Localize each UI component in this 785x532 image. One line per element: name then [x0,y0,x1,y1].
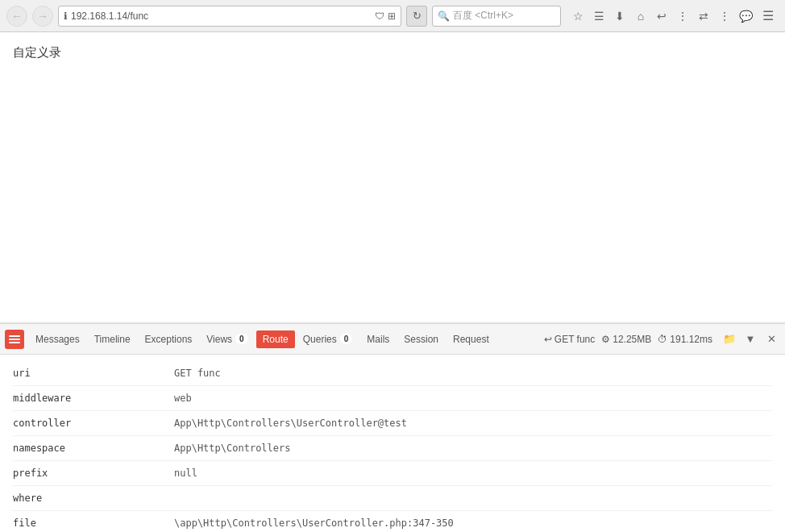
search-placeholder: 百度 <Ctrl+K> [453,9,513,23]
table-row: uri GET func [13,361,772,386]
route-value-file: \app\Http\Controllers\UserController.php… [174,517,454,529]
tab-request[interactable]: Request [446,330,496,348]
forward-button[interactable]: → [32,6,53,27]
memory-icon: ⚙ [601,334,610,345]
route-key-where: where [13,493,174,504]
route-value-namespace: App\Http\Controllers [174,443,291,454]
shield-icon: 🛡 [375,10,384,22]
table-row: middleware web [13,386,772,411]
tab-exceptions[interactable]: Exceptions [139,330,199,348]
route-value-uri: GET func [174,368,221,379]
route-key-middleware: middleware [13,393,174,404]
route-key-namespace: namespace [13,443,174,454]
tab-queries-badge: 0 [340,334,353,344]
tab-views[interactable]: Views 0 [200,330,254,348]
refresh-button[interactable]: ↻ [406,6,427,27]
secure-icon: ℹ [64,10,68,22]
tab-queries[interactable]: Queries 0 [297,330,359,348]
tab-session[interactable]: Session [397,330,445,348]
meta-method: ↩ GET func [544,334,595,345]
debugbar: Messages Timeline Exceptions Views 0 Rou… [0,322,785,532]
more-icon[interactable]: ⋮ [674,7,692,25]
debugbar-logo [5,330,24,349]
clock-icon: ⏱ [658,334,667,345]
tab-messages[interactable]: Messages [29,330,86,348]
download-icon[interactable]: ⬇ [611,7,629,25]
route-value-prefix: null [174,468,197,479]
meta-memory: ⚙ 12.25MB [601,334,651,345]
tab-session-label: Session [404,334,438,345]
tab-timeline-label: Timeline [94,334,131,345]
tab-route[interactable]: Route [256,330,295,348]
collapse-button[interactable]: ▼ [741,330,759,348]
svg-rect-1 [9,339,20,340]
table-row: where [13,486,772,511]
folder-icon[interactable]: 📁 [721,330,738,348]
svg-rect-0 [9,335,20,337]
page-content: 自定义录 [0,32,785,322]
table-row: prefix null [13,461,772,486]
chat-icon[interactable]: 💬 [737,7,754,25]
toolbar-icons: ☆ ☰ ⬇ ⌂ ↩ ⋮ ⇄ ⋮ 💬 ☰ [569,6,779,27]
route-key-prefix: prefix [13,468,174,479]
back-button[interactable]: ← [6,6,27,27]
route-key-file: file [13,517,174,529]
bookmark-star-icon[interactable]: ☆ [569,7,587,25]
tab-route-label: Route [263,334,289,345]
tab-exceptions-label: Exceptions [145,334,193,345]
route-key-controller: controller [13,418,174,429]
reader-mode-icon[interactable]: ☰ [590,7,608,25]
home-icon[interactable]: ⌂ [632,7,650,25]
svg-rect-2 [9,342,20,343]
tab-views-badge: 0 [235,334,248,344]
tab-queries-label: Queries [303,334,337,345]
tab-mails-label: Mails [367,334,389,345]
address-text: 192.168.1.14/func [71,10,372,22]
page-title: 自定义录 [13,45,772,60]
tab-request-label: Request [453,334,489,345]
extension-icon: ⊞ [388,10,396,22]
table-row: file \app\Http\Controllers\UserControlle… [13,511,772,532]
debugbar-tabs: Messages Timeline Exceptions Views 0 Rou… [0,324,785,355]
tab-timeline[interactable]: Timeline [88,330,137,348]
debugbar-controls: 📁 ▼ ✕ [721,330,780,348]
route-value-middleware: web [174,393,192,404]
route-value-controller: App\Http\Controllers\UserController@test [174,418,407,429]
browser-chrome: ← → ℹ 192.168.1.14/func 🛡 ⊞ ↻ 🔍 百度 <Ctrl… [0,0,785,32]
tab-views-label: Views [206,334,232,345]
menu-button[interactable]: ☰ [758,6,779,27]
more2-icon[interactable]: ⋮ [716,7,733,25]
meta-time: ⏱ 191.12ms [658,334,712,345]
address-bar[interactable]: ℹ 192.168.1.14/func 🛡 ⊞ [58,6,401,27]
search-icon: 🔍 [438,10,450,22]
table-row: controller App\Http\Controllers\UserCont… [13,411,772,436]
route-key-uri: uri [13,368,174,379]
close-button[interactable]: ✕ [762,330,780,348]
back-history-icon[interactable]: ↩ [653,7,671,25]
tab-mails[interactable]: Mails [360,330,396,348]
tab-meta: ↩ GET func ⚙ 12.25MB ⏱ 191.12ms [544,334,712,345]
search-bar[interactable]: 🔍 百度 <Ctrl+K> [432,6,561,27]
route-table: uri GET func middleware web controller A… [0,355,785,532]
sync-icon[interactable]: ⇄ [695,7,712,25]
arrow-icon: ↩ [544,334,552,345]
tab-messages-label: Messages [35,334,80,345]
table-row: namespace App\Http\Controllers [13,436,772,461]
